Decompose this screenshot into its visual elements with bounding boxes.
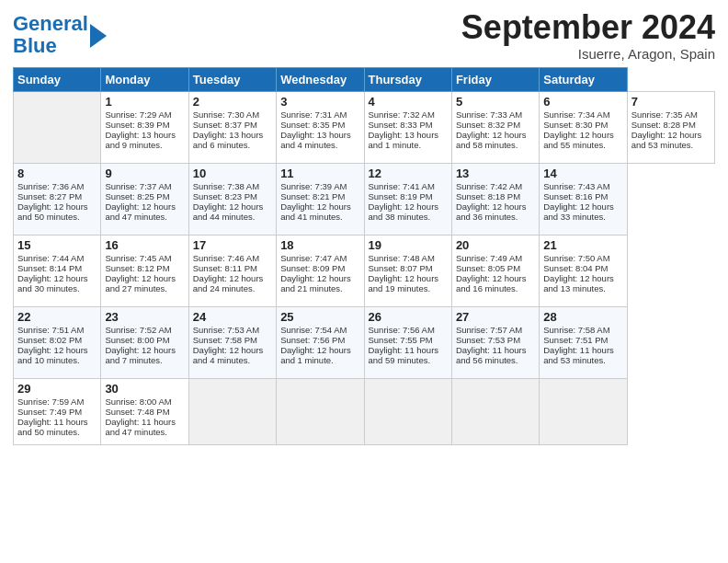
calendar-cell: 13Sunrise: 7:42 AMSunset: 8:18 PMDayligh… <box>451 163 539 235</box>
sunset-text: Sunset: 7:53 PM <box>456 335 535 345</box>
sunset-text: Sunset: 7:49 PM <box>17 407 97 417</box>
sunset-text: Sunset: 8:00 PM <box>105 335 184 345</box>
day-number: 15 <box>17 238 97 252</box>
daylight-text: Daylight: 12 hours and 41 minutes. <box>280 201 359 222</box>
daylight-text: Daylight: 12 hours and 1 minute. <box>280 345 359 365</box>
sunset-text: Sunset: 8:09 PM <box>280 263 359 273</box>
calendar-header-friday: Friday <box>451 67 539 91</box>
sunset-text: Sunset: 8:32 PM <box>456 120 535 130</box>
calendar-week-1: 1Sunrise: 7:29 AMSunset: 8:39 PMDaylight… <box>14 91 715 163</box>
day-number: 26 <box>369 310 448 324</box>
day-number: 19 <box>369 238 448 252</box>
calendar-cell: 26Sunrise: 7:56 AMSunset: 7:55 PMDayligh… <box>364 306 451 378</box>
calendar-cell: 19Sunrise: 7:48 AMSunset: 8:07 PMDayligh… <box>364 235 451 306</box>
sunrise-text: Sunrise: 7:41 AM <box>369 181 448 191</box>
day-number: 16 <box>105 238 184 252</box>
calendar-cell: 24Sunrise: 7:53 AMSunset: 7:58 PMDayligh… <box>188 306 276 378</box>
daylight-text: Daylight: 12 hours and 10 minutes. <box>17 345 97 365</box>
calendar-week-2: 8Sunrise: 7:36 AMSunset: 8:27 PMDaylight… <box>14 163 715 235</box>
sunset-text: Sunset: 7:51 PM <box>543 335 622 345</box>
sunrise-text: Sunrise: 7:35 AM <box>631 109 711 120</box>
page: General Blue September 2024 Isuerre, Ara… <box>0 0 728 563</box>
day-number: 12 <box>369 167 448 180</box>
sunrise-text: Sunrise: 7:30 AM <box>193 109 272 120</box>
calendar-cell <box>364 378 451 444</box>
sunrise-text: Sunrise: 7:29 AM <box>105 109 184 120</box>
daylight-text: Daylight: 12 hours and 16 minutes. <box>456 273 535 293</box>
day-number: 14 <box>543 167 622 180</box>
daylight-text: Daylight: 13 hours and 9 minutes. <box>105 130 184 150</box>
daylight-text: Daylight: 11 hours and 47 minutes. <box>105 417 184 437</box>
sunrise-text: Sunrise: 7:37 AM <box>105 181 184 191</box>
sunrise-text: Sunrise: 8:00 AM <box>105 396 184 407</box>
sunrise-text: Sunrise: 7:50 AM <box>543 253 622 263</box>
sunrise-text: Sunrise: 7:44 AM <box>17 253 97 263</box>
calendar-cell <box>188 378 276 444</box>
day-number: 17 <box>193 238 272 252</box>
calendar-week-3: 15Sunrise: 7:44 AMSunset: 8:14 PMDayligh… <box>14 235 715 306</box>
day-number: 20 <box>456 238 535 252</box>
daylight-text: Daylight: 12 hours and 33 minutes. <box>543 201 622 222</box>
day-number: 8 <box>17 167 97 180</box>
calendar-cell: 15Sunrise: 7:44 AMSunset: 8:14 PMDayligh… <box>14 235 101 306</box>
sunset-text: Sunset: 7:55 PM <box>369 335 448 345</box>
sunrise-text: Sunrise: 7:32 AM <box>369 109 448 120</box>
sunset-text: Sunset: 8:02 PM <box>17 335 97 345</box>
sunrise-text: Sunrise: 7:46 AM <box>193 253 272 263</box>
calendar-cell: 1Sunrise: 7:29 AMSunset: 8:39 PMDaylight… <box>101 91 188 163</box>
daylight-text: Daylight: 12 hours and 30 minutes. <box>17 273 97 293</box>
sunset-text: Sunset: 8:19 PM <box>369 191 448 201</box>
calendar-cell: 25Sunrise: 7:54 AMSunset: 7:56 PMDayligh… <box>277 306 364 378</box>
title-block: September 2024 Isuerre, Aragon, Spain <box>461 9 715 62</box>
calendar: SundayMondayTuesdayWednesdayThursdayFrid… <box>13 67 715 445</box>
calendar-header-thursday: Thursday <box>364 67 451 91</box>
daylight-text: Daylight: 12 hours and 58 minutes. <box>456 130 535 150</box>
calendar-cell: 7Sunrise: 7:35 AMSunset: 8:28 PMDaylight… <box>627 91 714 163</box>
sunset-text: Sunset: 8:35 PM <box>280 120 359 130</box>
sunrise-text: Sunrise: 7:45 AM <box>105 253 184 263</box>
month-title: September 2024 <box>461 9 715 46</box>
daylight-text: Daylight: 11 hours and 56 minutes. <box>456 345 535 365</box>
calendar-cell: 10Sunrise: 7:38 AMSunset: 8:23 PMDayligh… <box>188 163 276 235</box>
calendar-cell: 4Sunrise: 7:32 AMSunset: 8:33 PMDaylight… <box>364 91 451 163</box>
calendar-cell: 11Sunrise: 7:39 AMSunset: 8:21 PMDayligh… <box>277 163 364 235</box>
logo: General Blue <box>13 13 107 57</box>
day-number: 9 <box>105 167 184 180</box>
daylight-text: Daylight: 12 hours and 36 minutes. <box>456 201 535 222</box>
sunset-text: Sunset: 8:33 PM <box>369 120 448 130</box>
day-number: 13 <box>456 167 535 180</box>
calendar-header-sunday: Sunday <box>14 67 101 91</box>
sunset-text: Sunset: 8:18 PM <box>456 191 535 201</box>
calendar-cell: 23Sunrise: 7:52 AMSunset: 8:00 PMDayligh… <box>101 306 188 378</box>
sunset-text: Sunset: 8:23 PM <box>193 191 272 201</box>
calendar-cell: 3Sunrise: 7:31 AMSunset: 8:35 PMDaylight… <box>277 91 364 163</box>
day-number: 3 <box>280 95 359 109</box>
sunrise-text: Sunrise: 7:34 AM <box>543 109 622 120</box>
sunrise-text: Sunrise: 7:42 AM <box>456 181 535 191</box>
daylight-text: Daylight: 12 hours and 4 minutes. <box>193 345 272 365</box>
sunrise-text: Sunrise: 7:58 AM <box>543 325 622 335</box>
calendar-week-5: 29Sunrise: 7:59 AMSunset: 7:49 PMDayligh… <box>14 378 715 444</box>
calendar-cell: 2Sunrise: 7:30 AMSunset: 8:37 PMDaylight… <box>188 91 276 163</box>
daylight-text: Daylight: 12 hours and 50 minutes. <box>17 201 97 222</box>
daylight-text: Daylight: 12 hours and 47 minutes. <box>105 201 184 222</box>
calendar-cell: 20Sunrise: 7:49 AMSunset: 8:05 PMDayligh… <box>451 235 539 306</box>
sunset-text: Sunset: 8:16 PM <box>543 191 622 201</box>
calendar-cell: 8Sunrise: 7:36 AMSunset: 8:27 PMDaylight… <box>14 163 101 235</box>
daylight-text: Daylight: 11 hours and 59 minutes. <box>369 345 448 365</box>
sunset-text: Sunset: 8:14 PM <box>17 263 97 273</box>
calendar-cell <box>451 378 539 444</box>
calendar-cell: 12Sunrise: 7:41 AMSunset: 8:19 PMDayligh… <box>364 163 451 235</box>
day-number: 28 <box>543 310 622 324</box>
daylight-text: Daylight: 13 hours and 4 minutes. <box>280 130 359 150</box>
calendar-cell: 21Sunrise: 7:50 AMSunset: 8:04 PMDayligh… <box>540 235 627 306</box>
sunrise-text: Sunrise: 7:33 AM <box>456 109 535 120</box>
calendar-cell: 6Sunrise: 7:34 AMSunset: 8:30 PMDaylight… <box>540 91 627 163</box>
day-number: 4 <box>369 95 448 109</box>
daylight-text: Daylight: 13 hours and 6 minutes. <box>193 130 272 150</box>
daylight-text: Daylight: 12 hours and 24 minutes. <box>193 273 272 293</box>
sunset-text: Sunset: 8:30 PM <box>543 120 622 130</box>
sunset-text: Sunset: 8:05 PM <box>456 263 535 273</box>
logo-arrow-icon <box>90 24 107 48</box>
calendar-header-saturday: Saturday <box>540 67 627 91</box>
